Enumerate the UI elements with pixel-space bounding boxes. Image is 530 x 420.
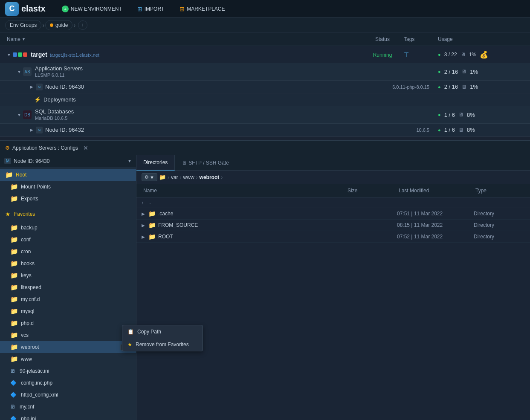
cache-folder-icon: 📁 bbox=[148, 210, 156, 217]
panel-title-text: Application Servers : Configs bbox=[12, 145, 78, 151]
col-header-usage: Usage bbox=[438, 36, 523, 42]
env-expand-arrow[interactable]: ▼ bbox=[7, 52, 11, 57]
sidebar-item-vcs[interactable]: 📁 vcs bbox=[0, 329, 136, 341]
sidebar-item-httpd-config[interactable]: 🔷 httpd_config.xml bbox=[0, 389, 136, 401]
file-icon-phpini: 🔷 bbox=[10, 416, 17, 420]
www-label: www bbox=[21, 356, 133, 362]
parent-dir-row[interactable]: ↑ .. bbox=[136, 197, 530, 208]
app-servers-usage: ● 2 / 16 🖥 1% bbox=[438, 69, 523, 75]
root-expand[interactable]: ▶ bbox=[142, 235, 147, 239]
root-dir-modified: 07:52 | 11 Mar 2022 bbox=[397, 234, 474, 240]
phpini-label: php.ini bbox=[21, 416, 133, 420]
panel-close-button[interactable]: ✕ bbox=[83, 145, 88, 151]
sidebar-item-config-inc[interactable]: 🔷 config.inc.php bbox=[0, 377, 136, 389]
node-selector[interactable]: M Node ID: 96430 ▼ bbox=[0, 155, 136, 167]
sidebar-item-backup[interactable]: 📁 backup bbox=[0, 222, 136, 234]
favorites-section-header: ★ Favorites bbox=[0, 205, 136, 222]
node-expand-arrow[interactable]: ▶ bbox=[30, 84, 33, 89]
node-usage: ● 2 / 16 🖥 1% bbox=[438, 84, 523, 90]
table-row[interactable]: ▶ 📁 ROOT 07:52 | 11 Mar 2022 Directory bbox=[136, 231, 530, 243]
breadcrumb-env-groups[interactable]: Env Groups bbox=[5, 20, 41, 30]
import-label: IMPORT bbox=[145, 6, 164, 12]
tab-sftp[interactable]: 🖥 SFTP / SSH Gate bbox=[175, 155, 236, 171]
path-www[interactable]: www bbox=[183, 174, 194, 180]
sidebar-item-cron[interactable]: 📁 cron bbox=[0, 246, 136, 258]
sql-version: MariaDB 10.6.5 bbox=[35, 116, 67, 121]
sql-node-label: Node ID: 96432 bbox=[45, 127, 416, 133]
sidebar-item-webroot[interactable]: 📁 webroot ⚙ ▼ bbox=[0, 341, 136, 353]
sidebar-item-keys[interactable]: 📁 keys bbox=[0, 269, 136, 281]
path-gear-arrow: ▼ bbox=[150, 175, 154, 180]
cache-expand[interactable]: ▶ bbox=[142, 211, 147, 216]
hooks-folder-icon: 📁 bbox=[10, 260, 18, 267]
hooks-label: hooks bbox=[21, 261, 133, 266]
root-dir-name: ROOT bbox=[158, 234, 346, 240]
app-servers-icon: AS bbox=[23, 67, 32, 76]
sql-expand-arrow[interactable]: ▼ bbox=[17, 113, 21, 117]
webroot-label: webroot bbox=[21, 344, 133, 350]
context-menu-copy-path[interactable]: 📋 Copy Path bbox=[122, 325, 203, 338]
new-environment-button[interactable]: + NEW ENVIRONMENT bbox=[58, 4, 125, 14]
bottom-panel: ⚙ Application Servers : Configs ✕ M Node… bbox=[0, 140, 530, 420]
sidebar-item-mysql[interactable]: 📁 mysql bbox=[0, 305, 136, 317]
sidebar-item-root[interactable]: 📁 Root bbox=[0, 169, 136, 181]
webroot-folder-icon: 📁 bbox=[10, 343, 18, 351]
marketplace-button[interactable]: ⊞ MARKETPLACE bbox=[176, 4, 228, 14]
panel-title-icon: ⚙ bbox=[5, 145, 10, 151]
config-inc-label: config.inc.php bbox=[21, 380, 133, 386]
conf-folder-icon: 📁 bbox=[10, 236, 18, 243]
parent-dir-label: .. bbox=[148, 200, 346, 206]
conf-label: conf bbox=[21, 237, 133, 243]
sidebar-item-mount-points[interactable]: 📁 Mount Points bbox=[0, 181, 136, 193]
path-gear-button[interactable]: ⚙ ▼ bbox=[142, 173, 157, 181]
table-row[interactable]: ▶ 📁 FROM_SOURCE 08:15 | 11 Mar 2022 Dire… bbox=[136, 220, 530, 231]
path-webroot[interactable]: webroot bbox=[200, 174, 220, 180]
sql-node-expand[interactable]: ▶ bbox=[30, 127, 33, 132]
file-icon-config: 🔷 bbox=[10, 380, 17, 386]
path-var[interactable]: var bbox=[171, 174, 178, 180]
app-servers-expand[interactable]: ▼ bbox=[17, 70, 21, 74]
fromsource-name: FROM_SOURCE bbox=[158, 222, 346, 228]
breadcrumb-guide[interactable]: guide bbox=[45, 20, 72, 30]
copy-path-label: Copy Path bbox=[137, 329, 161, 335]
root-label: Root bbox=[16, 172, 133, 178]
breadcrumb-guide-label: guide bbox=[55, 22, 68, 28]
table-header: Name ▼ Status Tags Usage bbox=[0, 32, 530, 46]
marketplace-icon: ⊞ bbox=[180, 6, 185, 12]
file-header-type: Type bbox=[474, 186, 525, 195]
sidebar-item-conf[interactable]: 📁 conf bbox=[0, 234, 136, 246]
tab-directories[interactable]: Directories bbox=[136, 155, 175, 171]
breadcrumb-add-button[interactable]: + bbox=[78, 20, 87, 30]
mycnfd-label: my.cnf.d bbox=[21, 296, 133, 302]
sql-icon: DB bbox=[23, 110, 32, 119]
breadcrumb: Env Groups › guide › + bbox=[0, 18, 530, 32]
context-menu-remove-favorites[interactable]: ★ Remove from Favorites bbox=[122, 338, 203, 351]
vcs-folder-icon: 📁 bbox=[10, 331, 18, 339]
sidebar-item-phpd[interactable]: 📁 php.d bbox=[0, 317, 136, 329]
sidebar-item-phpini[interactable]: 🔷 php.ini bbox=[0, 413, 136, 420]
logo-icon: C bbox=[5, 2, 19, 16]
sidebar-item-90-jelastic[interactable]: 🖹 90-jelastic.ini bbox=[0, 365, 136, 377]
panel-title-block: ⚙ Application Servers : Configs bbox=[5, 145, 78, 151]
remove-favorites-icon: ★ bbox=[127, 342, 132, 348]
sidebar-item-mycnfd[interactable]: 📁 my.cnf.d bbox=[0, 293, 136, 305]
sidebar-item-litespeed[interactable]: 📁 litespeed bbox=[0, 281, 136, 293]
sidebar-item-mycnf[interactable]: 🖹 my.cnf bbox=[0, 401, 136, 413]
file-header-size: Size bbox=[346, 186, 397, 195]
mysql-folder-icon: 📁 bbox=[10, 307, 18, 315]
import-icon: ⊞ bbox=[137, 6, 142, 12]
fromsource-folder-icon: 📁 bbox=[148, 222, 156, 229]
sql-usage: ● 1 / 6 🖥 8% bbox=[438, 112, 523, 118]
table-row[interactable]: ▶ 📁 .cache 07:51 | 11 Mar 2022 Directory bbox=[136, 208, 530, 220]
sidebar-item-hooks[interactable]: 📁 hooks bbox=[0, 258, 136, 269]
env-title[interactable]: target bbox=[31, 51, 47, 58]
litespeed-label: litespeed bbox=[21, 284, 133, 290]
context-menu: 📋 Copy Path ★ Remove from Favorites bbox=[122, 325, 203, 351]
import-button[interactable]: ⊞ IMPORT bbox=[134, 4, 168, 14]
sidebar-item-exports[interactable]: 📁 Exports bbox=[0, 193, 136, 205]
fromsource-expand[interactable]: ▶ bbox=[142, 223, 147, 228]
path-breadcrumb: ⚙ ▼ 📁 › var › www › webroot › bbox=[136, 171, 530, 184]
sidebar-item-www[interactable]: 📁 www bbox=[0, 353, 136, 365]
file-icon-mycnf: 🖹 bbox=[10, 404, 15, 410]
path-folder-icon: 📁 bbox=[159, 174, 166, 180]
